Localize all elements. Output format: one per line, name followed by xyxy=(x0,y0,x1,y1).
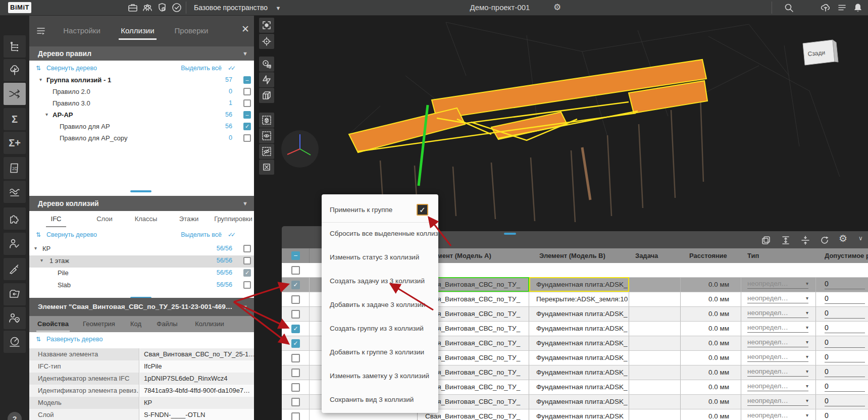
row-checkbox[interactable] xyxy=(291,295,300,304)
cloud-sync-icon[interactable] xyxy=(820,2,831,13)
refresh-icon[interactable] xyxy=(819,235,830,246)
show-button[interactable] xyxy=(259,128,274,143)
allowed-input[interactable]: 0 xyxy=(825,368,865,377)
property-row[interactable]: IFC-типIfcPile xyxy=(29,360,254,373)
workspace-selector[interactable]: Базовое пространство ▼ xyxy=(194,0,281,15)
row-checkbox[interactable] xyxy=(291,266,300,275)
caret-icon[interactable]: ▾ xyxy=(34,245,37,251)
tab-files[interactable]: Файлы xyxy=(156,318,179,331)
collisions-tree-header[interactable]: Дерево коллизий ▼ xyxy=(29,196,254,211)
fit-center-icon[interactable] xyxy=(800,235,811,246)
property-row[interactable]: Название элементаСвая_Винтовая_СВС_по_ТУ… xyxy=(29,348,254,360)
type-select[interactable]: неопредел…▾ xyxy=(747,353,808,362)
collapse-tree-icon[interactable]: ⇅ xyxy=(36,231,41,238)
splitter-handle[interactable] xyxy=(130,190,151,192)
type-select[interactable]: неопредел…▾ xyxy=(747,309,808,318)
project-settings-icon[interactable]: ⚙ xyxy=(553,0,561,15)
menu-item-reset-selected[interactable]: Сбросить все выделенные коллизии xyxy=(322,222,438,246)
type-select[interactable]: неопредел…▾ xyxy=(747,338,808,347)
type-select[interactable]: неопредел…▾ xyxy=(747,411,808,420)
section-box-button[interactable] xyxy=(259,88,274,103)
row-checkbox[interactable] xyxy=(291,383,300,392)
tab-geometry[interactable]: Геометрия xyxy=(81,318,117,331)
type-select[interactable]: неопредел…▾ xyxy=(747,294,808,303)
row-checkbox[interactable] xyxy=(291,310,300,319)
panel-resize-handle[interactable] xyxy=(504,233,516,235)
collapse-panel-icon[interactable]: ∨ xyxy=(858,235,863,242)
app-logo[interactable]: BiMiT xyxy=(8,2,31,13)
checkbox-unchecked[interactable] xyxy=(243,245,251,252)
menu-item-change-status[interactable]: Изменить статус 3 коллизий xyxy=(322,246,438,270)
col-allowed[interactable]: Допустимое ра xyxy=(825,252,868,259)
team-icon[interactable] xyxy=(142,2,153,13)
caret-icon[interactable]: ▾ xyxy=(40,257,43,263)
model-tree-icon[interactable] xyxy=(4,59,26,81)
rules-tree-header[interactable]: Дерево правил ▼ xyxy=(29,46,254,61)
rule-row[interactable]: Правило для АР_copy0 xyxy=(29,133,254,144)
checkbox-unchecked[interactable] xyxy=(243,99,251,107)
property-row[interactable]: МодельКР xyxy=(29,397,254,409)
fit-view-button[interactable] xyxy=(259,18,274,33)
row-height-icon[interactable] xyxy=(780,235,791,246)
tree-row-selected[interactable]: ▾1 этаж56/56 xyxy=(29,255,254,268)
chevron-down-icon[interactable]: ▼ xyxy=(242,50,248,57)
caret-icon[interactable]: ▾ xyxy=(39,77,42,82)
sum-plus-icon[interactable]: Σ+ xyxy=(4,132,26,154)
notifications-bell-icon[interactable] xyxy=(852,2,863,13)
tab-element-collisions[interactable]: Коллизии xyxy=(193,318,226,331)
element-header[interactable]: Элемент "Свая_Винтовая_СВС_по_ТУ_25-11-2… xyxy=(29,298,254,316)
col-task[interactable]: Задача xyxy=(635,252,680,259)
menu-item-create-group[interactable]: Создать группу из 3 коллизий xyxy=(322,317,438,341)
chevron-down-icon[interactable]: ▼ xyxy=(242,304,248,310)
help-button[interactable]: ? xyxy=(8,412,22,420)
row-checkbox-checked[interactable]: ✓ xyxy=(291,281,300,289)
isolate-button[interactable] xyxy=(259,113,274,128)
checkbox-unchecked[interactable] xyxy=(243,88,251,95)
allowed-input[interactable]: 0 xyxy=(825,411,865,420)
property-row[interactable]: Идентификатор элемента IFC1pDNIP7SL6deD_… xyxy=(29,373,254,385)
tab-floors[interactable]: Этажи xyxy=(176,213,202,226)
allowed-input[interactable]: 0 xyxy=(825,280,865,289)
collisions-icon[interactable] xyxy=(4,83,26,105)
tab-ifc[interactable]: IFC xyxy=(46,213,66,227)
chart-icon[interactable] xyxy=(4,181,26,203)
row-checkbox-checked[interactable]: ✓ xyxy=(291,339,300,348)
sum-icon[interactable]: Σ xyxy=(4,108,26,130)
allowed-input[interactable]: 0 xyxy=(825,397,865,406)
close-icon[interactable]: ✕ xyxy=(240,24,250,34)
type-select[interactable]: неопредел…▾ xyxy=(747,324,808,333)
checkbox-unchecked[interactable] xyxy=(243,281,251,289)
list-menu-icon[interactable] xyxy=(836,2,847,13)
property-row[interactable]: СлойS-FNDN-____-OTLN xyxy=(29,409,254,420)
allowed-input[interactable]: 0 xyxy=(825,324,865,333)
deselect-button[interactable] xyxy=(259,160,274,175)
checkbox-indeterminate[interactable]: – xyxy=(243,76,251,84)
user-check-icon[interactable] xyxy=(4,233,26,255)
rule-group-row[interactable]: ▾АР-АР56– xyxy=(29,110,254,121)
row-checkbox-checked[interactable]: ✓ xyxy=(291,325,300,333)
col-element-a[interactable]: Элемент (Модель A) xyxy=(425,252,526,259)
2d-view-icon[interactable]: 2D xyxy=(4,157,26,179)
collapse-tree-link[interactable]: Свернуть дерево xyxy=(46,231,97,238)
col-distance[interactable]: Расстояние xyxy=(689,252,742,259)
tab-checks[interactable]: Проверки xyxy=(172,23,211,38)
col-element-b[interactable]: Элемент (Модель B) xyxy=(539,252,628,259)
chevron-down-icon[interactable]: ▼ xyxy=(242,200,248,206)
double-check-icon[interactable]: ✓✓ xyxy=(228,65,234,72)
hide-button[interactable] xyxy=(259,144,274,159)
type-select[interactable]: неопредел…▾ xyxy=(747,382,808,391)
allowed-input[interactable]: 0 xyxy=(825,294,865,304)
col-type[interactable]: Тип xyxy=(747,252,813,259)
type-select[interactable]: неопредел…▾ xyxy=(747,280,808,289)
tab-code[interactable]: Код xyxy=(128,318,143,331)
tab-collisions[interactable]: Коллизии xyxy=(119,23,157,40)
measure-button[interactable] xyxy=(259,57,274,72)
allowed-input[interactable]: 0 xyxy=(825,353,865,362)
row-checkbox[interactable] xyxy=(291,412,300,420)
folder-share-icon[interactable] xyxy=(4,283,26,305)
checkbox-checked[interactable]: ✓ xyxy=(243,123,251,130)
tab-classes[interactable]: Классы xyxy=(130,213,162,226)
rule-row[interactable]: Правило 3.01 xyxy=(29,98,254,110)
projects-icon[interactable] xyxy=(127,2,138,13)
expand-tree-icon[interactable]: ⇅ xyxy=(36,336,41,343)
